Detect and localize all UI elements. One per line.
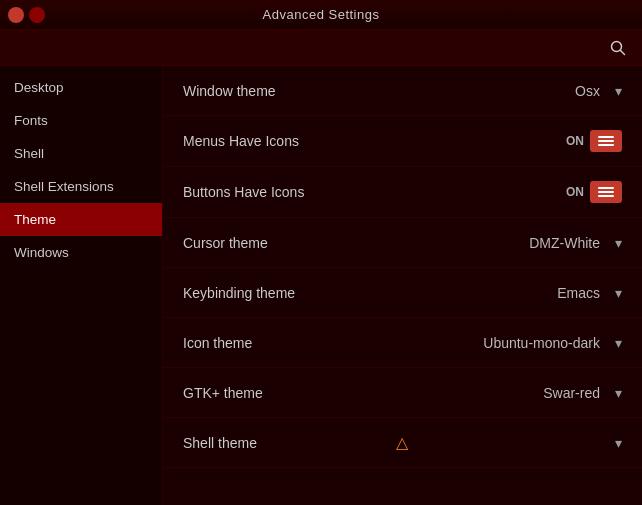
svg-line-1: [621, 50, 625, 54]
titlebar-title: Advanced Settings: [263, 7, 380, 22]
content-area: Window theme Osx ▾ Menus Have Icons ON B…: [163, 66, 642, 505]
minimize-button[interactable]: [29, 7, 45, 23]
setting-label-cursor-theme: Cursor theme: [183, 235, 529, 251]
toggle-line-1: [598, 136, 614, 138]
buttons-icons-toggle-container: ON: [566, 181, 622, 203]
setting-label-keybinding-theme: Keybinding theme: [183, 285, 557, 301]
setting-value-keybinding-theme: Emacs: [557, 285, 600, 301]
sidebar-item-label: Fonts: [14, 113, 48, 128]
toggle-line-1: [598, 187, 614, 189]
icon-theme-dropdown[interactable]: ▾: [615, 335, 622, 351]
menus-icons-toggle-button[interactable]: [590, 130, 622, 152]
setting-value-icon-theme: Ubuntu-mono-dark: [483, 335, 600, 351]
toolbar: [0, 30, 642, 66]
setting-label-menus-icons: Menus Have Icons: [183, 133, 566, 149]
sidebar-item-shell-extensions[interactable]: Shell Extensions: [0, 170, 162, 203]
window-theme-dropdown[interactable]: ▾: [615, 83, 622, 99]
setting-row-gtk-theme: GTK+ theme Swar-red ▾: [163, 368, 642, 418]
shell-theme-dropdown[interactable]: ▾: [615, 435, 622, 451]
sidebar-item-label: Theme: [14, 212, 56, 227]
setting-row-menus-icons: Menus Have Icons ON: [163, 116, 642, 167]
sidebar-item-label: Windows: [14, 245, 69, 260]
setting-label-gtk-theme: GTK+ theme: [183, 385, 543, 401]
setting-row-window-theme: Window theme Osx ▾: [163, 66, 642, 116]
setting-value-cursor-theme: DMZ-White: [529, 235, 600, 251]
sidebar-item-fonts[interactable]: Fonts: [0, 104, 162, 137]
sidebar-item-label: Desktop: [14, 80, 64, 95]
setting-value-gtk-theme: Swar-red: [543, 385, 600, 401]
setting-label-shell-theme: Shell theme: [183, 435, 386, 451]
toggle-line-3: [598, 144, 614, 146]
buttons-icons-toggle-label: ON: [566, 185, 584, 199]
close-button[interactable]: [8, 7, 24, 23]
sidebar-item-desktop[interactable]: Desktop: [0, 71, 162, 104]
setting-label-buttons-icons: Buttons Have Icons: [183, 184, 566, 200]
setting-value-window-theme: Osx: [575, 83, 600, 99]
titlebar: Advanced Settings: [0, 0, 642, 30]
sidebar-item-label: Shell Extensions: [14, 179, 114, 194]
buttons-icons-toggle-button[interactable]: [590, 181, 622, 203]
setting-row-cursor-theme: Cursor theme DMZ-White ▾: [163, 218, 642, 268]
menus-icons-toggle-container: ON: [566, 130, 622, 152]
main-layout: Desktop Fonts Shell Shell Extensions The…: [0, 66, 642, 505]
setting-row-icon-theme: Icon theme Ubuntu-mono-dark ▾: [163, 318, 642, 368]
cursor-theme-dropdown[interactable]: ▾: [615, 235, 622, 251]
warning-icon: △: [396, 433, 408, 452]
keybinding-theme-dropdown[interactable]: ▾: [615, 285, 622, 301]
setting-label-window-theme: Window theme: [183, 83, 575, 99]
toggle-line-2: [598, 140, 614, 142]
search-button[interactable]: [604, 34, 632, 62]
sidebar-item-shell[interactable]: Shell: [0, 137, 162, 170]
setting-row-shell-theme: Shell theme △ ▾: [163, 418, 642, 468]
sidebar-item-theme[interactable]: Theme: [0, 203, 162, 236]
setting-row-buttons-icons: Buttons Have Icons ON: [163, 167, 642, 218]
sidebar: Desktop Fonts Shell Shell Extensions The…: [0, 66, 163, 505]
setting-label-icon-theme: Icon theme: [183, 335, 483, 351]
toggle-icon: [598, 136, 614, 146]
setting-row-keybinding-theme: Keybinding theme Emacs ▾: [163, 268, 642, 318]
sidebar-item-windows[interactable]: Windows: [0, 236, 162, 269]
toggle-icon: [598, 187, 614, 197]
toggle-line-2: [598, 191, 614, 193]
sidebar-item-label: Shell: [14, 146, 44, 161]
gtk-theme-dropdown[interactable]: ▾: [615, 385, 622, 401]
search-icon: [610, 40, 626, 56]
menus-icons-toggle-label: ON: [566, 134, 584, 148]
toggle-line-3: [598, 195, 614, 197]
